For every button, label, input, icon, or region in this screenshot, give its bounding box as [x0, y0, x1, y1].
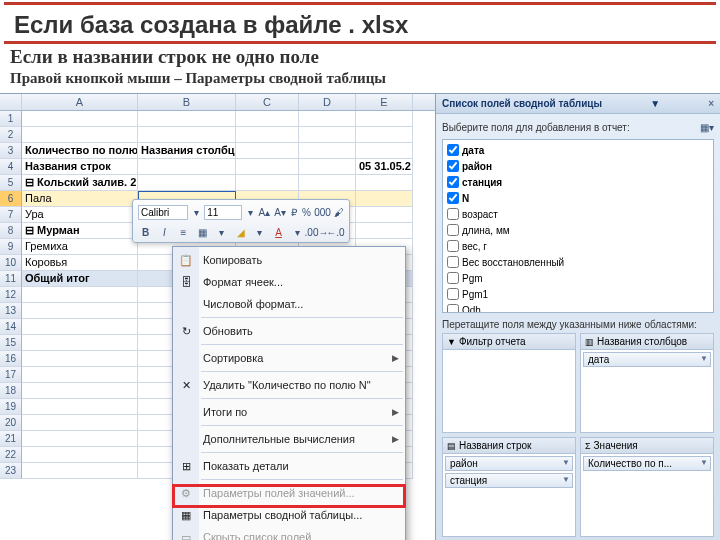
context-menu-item[interactable]: 📋Копировать: [173, 249, 405, 271]
row-header[interactable]: 9: [0, 239, 22, 255]
comma-icon[interactable]: 000: [315, 205, 330, 220]
cell[interactable]: [22, 399, 138, 415]
cell[interactable]: ⊟ Мурман: [22, 223, 138, 239]
cell[interactable]: [236, 159, 299, 175]
cell[interactable]: [22, 335, 138, 351]
col-B[interactable]: B: [138, 94, 236, 110]
cell[interactable]: [22, 319, 138, 335]
increase-decimal-icon[interactable]: .00→: [309, 225, 324, 240]
row-header[interactable]: 14: [0, 319, 22, 335]
spreadsheet-grid[interactable]: A B C D E 123Количество по полю NНазвани…: [0, 94, 435, 540]
cell[interactable]: Общий итог: [22, 271, 138, 287]
field-item[interactable]: длина, мм: [445, 222, 711, 238]
cell[interactable]: [22, 367, 138, 383]
close-icon[interactable]: ×: [708, 98, 714, 109]
row-header[interactable]: 15: [0, 335, 22, 351]
pivot-field-list-pane[interactable]: Список полей сводной таблицы ▼ × Выберит…: [435, 94, 720, 540]
chevron-down-icon[interactable]: ▼: [700, 354, 708, 363]
borders-icon[interactable]: ▦: [195, 225, 210, 240]
italic-button[interactable]: I: [157, 225, 172, 240]
cell[interactable]: Пала: [22, 191, 138, 207]
chevron-down-icon[interactable]: ▾: [246, 205, 254, 220]
row-header[interactable]: 23: [0, 463, 22, 479]
col-A[interactable]: A: [22, 94, 138, 110]
row-header[interactable]: 7: [0, 207, 22, 223]
cell[interactable]: [356, 143, 413, 159]
row-header[interactable]: 2: [0, 127, 22, 143]
field-checkbox[interactable]: [447, 224, 459, 236]
chevron-down-icon[interactable]: ▾: [290, 225, 305, 240]
cell[interactable]: [356, 207, 413, 223]
field-checkbox[interactable]: [447, 240, 459, 252]
field-checkbox[interactable]: [447, 192, 459, 204]
row-header[interactable]: 11: [0, 271, 22, 287]
field-checkbox[interactable]: [447, 272, 459, 284]
row-header[interactable]: 21: [0, 431, 22, 447]
layout-options-icon[interactable]: ▦▾: [699, 120, 714, 135]
fill-color-icon[interactable]: ◢: [233, 225, 248, 240]
font-color-icon[interactable]: A: [271, 225, 286, 240]
row-header[interactable]: 3: [0, 143, 22, 159]
row-header[interactable]: 16: [0, 351, 22, 367]
field-checkbox[interactable]: [447, 144, 459, 156]
cell[interactable]: [22, 447, 138, 463]
context-menu-item[interactable]: ⊞Показать детали: [173, 455, 405, 477]
cell[interactable]: [299, 127, 356, 143]
align-icon[interactable]: ≡: [176, 225, 191, 240]
cell[interactable]: [299, 175, 356, 191]
cell[interactable]: Ура: [22, 207, 138, 223]
cell[interactable]: [356, 111, 413, 127]
context-menu-item[interactable]: ✕Удалить "Количество по полю N": [173, 374, 405, 396]
row-header[interactable]: 13: [0, 303, 22, 319]
percent-icon[interactable]: %: [302, 205, 311, 220]
cell[interactable]: [22, 303, 138, 319]
row-header[interactable]: 18: [0, 383, 22, 399]
field-item[interactable]: район: [445, 158, 711, 174]
context-menu-item[interactable]: ▭Скрыть список полей: [173, 526, 405, 540]
field-checkbox[interactable]: [447, 304, 459, 313]
mini-toolbar[interactable]: ▾ ▾ A▴ A▾ ₽ % 000 🖌 B I ≡ ▦ ▾ ◢ ▾ A ▾ .0: [132, 199, 350, 243]
field-checkbox[interactable]: [447, 208, 459, 220]
chevron-down-icon[interactable]: ▼: [562, 475, 570, 484]
cell[interactable]: [299, 143, 356, 159]
cell[interactable]: [356, 127, 413, 143]
row-header[interactable]: 22: [0, 447, 22, 463]
cell[interactable]: [236, 111, 299, 127]
cell[interactable]: Названия строк: [22, 159, 138, 175]
field-item[interactable]: Odh: [445, 302, 711, 313]
field-item[interactable]: станция: [445, 174, 711, 190]
context-menu-item[interactable]: 🗄Формат ячеек...: [173, 271, 405, 293]
font-name-input[interactable]: [138, 205, 188, 220]
cell[interactable]: ⊟ Кольский залив. 2: [22, 175, 138, 191]
col-D[interactable]: D: [299, 94, 356, 110]
chevron-down-icon[interactable]: ▼: [562, 458, 570, 467]
row-header[interactable]: 1: [0, 111, 22, 127]
context-menu-item[interactable]: Итоги по▶: [173, 401, 405, 423]
values-zone[interactable]: ΣЗначения Количество по п...▼: [580, 437, 714, 537]
shrink-font-icon[interactable]: A▾: [274, 205, 286, 220]
field-checklist[interactable]: датарайонстанцияNвозрастдлина, ммвес, гВ…: [442, 139, 714, 313]
context-menu-item[interactable]: ▦Параметры сводной таблицы...: [173, 504, 405, 526]
field-item[interactable]: возраст: [445, 206, 711, 222]
chevron-down-icon[interactable]: ▾: [192, 205, 200, 220]
bold-button[interactable]: B: [138, 225, 153, 240]
chevron-down-icon[interactable]: ▼: [700, 458, 708, 467]
column-labels-zone[interactable]: ▥Названия столбцов дата▼: [580, 333, 714, 433]
row-header[interactable]: 5: [0, 175, 22, 191]
col-E[interactable]: E: [356, 94, 413, 110]
field-item[interactable]: N: [445, 190, 711, 206]
cell[interactable]: [22, 111, 138, 127]
font-size-input[interactable]: [204, 205, 242, 220]
cell[interactable]: Гремиха: [22, 239, 138, 255]
zone-field-tag[interactable]: Количество по п...▼: [583, 456, 711, 471]
cell[interactable]: Названия столбцов: [138, 143, 236, 159]
field-checkbox[interactable]: [447, 176, 459, 188]
row-header[interactable]: 12: [0, 287, 22, 303]
cell[interactable]: [22, 383, 138, 399]
context-menu[interactable]: 📋Копировать🗄Формат ячеек...Числовой форм…: [172, 246, 406, 540]
row-labels-zone[interactable]: ▤Названия строк район▼станция▼: [442, 437, 576, 537]
cell[interactable]: [22, 415, 138, 431]
row-header[interactable]: 6: [0, 191, 22, 207]
field-checkbox[interactable]: [447, 160, 459, 172]
cell[interactable]: [299, 111, 356, 127]
